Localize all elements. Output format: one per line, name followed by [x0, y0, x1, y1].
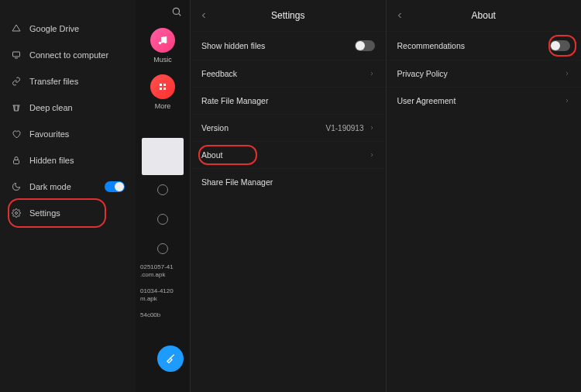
grid-icon: [158, 82, 167, 91]
search-icon[interactable]: [171, 6, 182, 17]
svg-rect-9: [160, 84, 162, 86]
settings-header: Settings: [191, 0, 386, 31]
category-more[interactable]: [150, 74, 175, 99]
settings-title: Settings: [191, 10, 386, 21]
about-title: About: [387, 10, 582, 21]
sidebar-item-dark-mode[interactable]: Dark mode: [0, 174, 136, 200]
sidebar-item-label: Hidden files: [29, 156, 74, 165]
svg-rect-12: [163, 88, 166, 90]
row-user-agreement[interactable]: User Agreement: [387, 87, 582, 114]
sidebar-item-label: Transfer files: [29, 77, 78, 86]
sidebar-item-label: Dark mode: [29, 182, 71, 191]
sidebar-item-favourites[interactable]: Favourites: [0, 121, 136, 147]
category-more-label: More: [155, 102, 171, 110]
chevron-right-icon: [369, 152, 375, 158]
sidebar: Google Drive Connect to computer Transfe…: [0, 0, 136, 392]
version-value: V1-190913: [326, 124, 364, 132]
file-thumbnail[interactable]: [142, 138, 184, 175]
dark-mode-toggle[interactable]: [105, 181, 125, 192]
moon-icon: [11, 181, 22, 192]
select-circle[interactable]: [157, 243, 168, 254]
computer-icon: [11, 50, 22, 60]
chevron-right-icon: [564, 98, 570, 104]
sidebar-item-hidden-files[interactable]: Hidden files: [0, 147, 136, 174]
heart-icon: [11, 129, 22, 139]
sidebar-item-label: Google Drive: [29, 24, 79, 33]
chevron-right-icon: [369, 70, 375, 77]
svg-line-6: [179, 14, 181, 16]
svg-point-5: [173, 8, 179, 14]
category-music-label: Music: [153, 56, 172, 64]
row-privacy[interactable]: Privacy Policy: [387, 60, 582, 87]
sidebar-item-deep-clean[interactable]: Deep clean: [0, 95, 136, 121]
svg-rect-11: [160, 88, 162, 90]
row-show-hidden[interactable]: Show hidden files: [191, 31, 386, 60]
link-icon: [11, 76, 22, 87]
drive-icon: [11, 23, 22, 34]
settings-panel: Settings Show hidden files Feedback Rate…: [190, 0, 386, 392]
select-circle[interactable]: [157, 214, 168, 225]
sidebar-item-label: Deep clean: [29, 103, 73, 112]
row-rate[interactable]: Rate File Manager: [191, 87, 386, 114]
about-header: About: [387, 0, 582, 31]
sidebar-item-label: Settings: [29, 208, 60, 218]
show-hidden-toggle[interactable]: [355, 40, 375, 51]
file-name[interactable]: 54c00b: [140, 311, 185, 319]
file-name[interactable]: 01034-4120 m.apk: [140, 287, 185, 302]
back-button[interactable]: [191, 11, 217, 20]
sidebar-item-connect-computer[interactable]: Connect to computer: [0, 42, 136, 68]
row-share[interactable]: Share File Manager: [191, 168, 386, 195]
svg-rect-1: [13, 52, 20, 57]
svg-rect-10: [163, 84, 166, 86]
lock-icon: [11, 155, 22, 166]
chevron-right-icon: [564, 70, 570, 77]
sidebar-item-settings[interactable]: Settings: [0, 200, 136, 226]
sidebar-item-label: Favourites: [29, 129, 69, 139]
about-panel: About Recommendations Privacy Policy Use…: [386, 0, 582, 392]
gear-icon: [11, 208, 22, 218]
select-circle[interactable]: [157, 184, 168, 195]
sidebar-item-google-drive[interactable]: Google Drive: [0, 15, 136, 42]
cleanup-fab[interactable]: [157, 346, 184, 372]
sidebar-item-label: Connect to computer: [29, 50, 108, 60]
category-music[interactable]: [150, 28, 175, 53]
row-version[interactable]: Version V1-190913: [191, 114, 386, 141]
row-recommendations[interactable]: Recommendations: [387, 31, 582, 60]
file-name[interactable]: 0251057-41 .com.apk: [140, 263, 185, 278]
recommendations-toggle[interactable]: [550, 40, 570, 51]
svg-point-7: [159, 42, 162, 45]
row-feedback[interactable]: Feedback: [191, 60, 386, 87]
svg-point-4: [15, 212, 18, 215]
svg-marker-0: [12, 25, 20, 31]
music-icon: [157, 35, 168, 46]
broom-icon: [11, 102, 22, 113]
back-button[interactable]: [387, 11, 413, 20]
chevron-right-icon: [369, 125, 375, 131]
file-strip: Music More 0251057-41 .com.apk 01034-412…: [136, 0, 190, 392]
svg-point-8: [164, 41, 167, 44]
sidebar-item-transfer[interactable]: Transfer files: [0, 68, 136, 95]
broom-icon: [164, 352, 177, 365]
svg-rect-3: [14, 160, 19, 164]
row-about[interactable]: About: [191, 141, 386, 168]
